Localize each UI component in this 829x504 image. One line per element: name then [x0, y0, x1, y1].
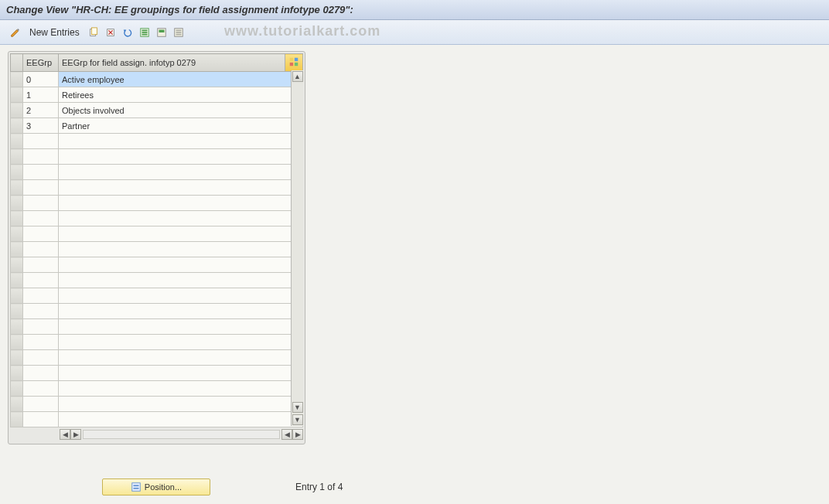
- eegrp-input[interactable]: [23, 335, 58, 349]
- desc-input[interactable]: [59, 273, 302, 288]
- eegrp-input[interactable]: [23, 366, 58, 380]
- eegrp-cell[interactable]: [23, 366, 59, 381]
- new-entries-button[interactable]: New Entries: [25, 26, 84, 39]
- scroll-bottom-icon[interactable]: ▼: [292, 414, 303, 425]
- table-settings-icon[interactable]: [285, 54, 303, 72]
- desc-cell[interactable]: [59, 103, 303, 118]
- eegrp-cell[interactable]: [23, 211, 59, 226]
- eegrp-input[interactable]: [23, 381, 58, 396]
- eegrp-cell[interactable]: [23, 87, 59, 103]
- eegrp-cell[interactable]: [23, 242, 59, 257]
- eegrp-cell[interactable]: [23, 196, 59, 211]
- desc-cell[interactable]: [59, 257, 303, 273]
- desc-input[interactable]: [59, 350, 302, 365]
- copy-icon[interactable]: [86, 25, 101, 40]
- eegrp-cell[interactable]: [23, 335, 59, 350]
- eegrp-cell[interactable]: [23, 397, 59, 412]
- select-block-icon[interactable]: [154, 25, 169, 40]
- row-selector[interactable]: [11, 226, 23, 242]
- desc-cell[interactable]: [59, 242, 303, 257]
- eegrp-input[interactable]: [23, 118, 58, 133]
- eegrp-input[interactable]: [23, 257, 58, 272]
- row-selector[interactable]: [11, 118, 23, 134]
- select-all-header[interactable]: [11, 54, 23, 72]
- desc-input[interactable]: [59, 412, 302, 427]
- eegrp-cell[interactable]: [23, 134, 59, 149]
- undo-icon[interactable]: [120, 25, 135, 40]
- row-selector[interactable]: [11, 412, 23, 427]
- desc-input[interactable]: [59, 319, 302, 334]
- row-selector[interactable]: [11, 165, 23, 180]
- eegrp-input[interactable]: [23, 273, 58, 288]
- eegrp-input[interactable]: [23, 87, 58, 102]
- desc-input[interactable]: [59, 196, 302, 210]
- eegrp-cell[interactable]: [23, 319, 59, 335]
- eegrp-input[interactable]: [23, 72, 58, 87]
- desc-input[interactable]: [59, 242, 302, 257]
- row-selector[interactable]: [11, 72, 23, 87]
- desc-input[interactable]: [59, 335, 302, 349]
- row-selector[interactable]: [11, 397, 23, 412]
- eegrp-input[interactable]: [23, 304, 58, 318]
- eegrp-input[interactable]: [23, 165, 58, 179]
- row-selector[interactable]: [11, 304, 23, 319]
- desc-cell[interactable]: [59, 196, 303, 211]
- row-selector[interactable]: [11, 242, 23, 257]
- desc-cell[interactable]: [59, 72, 303, 87]
- desc-input[interactable]: [59, 165, 302, 179]
- row-selector[interactable]: [11, 103, 23, 118]
- desc-input[interactable]: [59, 288, 302, 303]
- eegrp-cell[interactable]: [23, 149, 59, 165]
- desc-cell[interactable]: [59, 226, 303, 242]
- desc-cell[interactable]: [59, 211, 303, 226]
- delete-icon[interactable]: [103, 25, 118, 40]
- desc-input[interactable]: [59, 304, 302, 318]
- eegrp-input[interactable]: [23, 196, 58, 210]
- eegrp-input[interactable]: [23, 226, 58, 241]
- desc-input[interactable]: [59, 118, 302, 133]
- row-selector[interactable]: [11, 149, 23, 165]
- vertical-scrollbar[interactable]: ▲ ▼ ▼: [291, 70, 303, 426]
- desc-cell[interactable]: [59, 366, 303, 381]
- hscroll-track[interactable]: [83, 430, 280, 439]
- eegrp-input[interactable]: [23, 412, 58, 427]
- desc-input[interactable]: [59, 103, 302, 117]
- row-selector[interactable]: [11, 257, 23, 273]
- row-selector[interactable]: [11, 87, 23, 103]
- scroll-left-icon[interactable]: ▶: [70, 429, 81, 440]
- eegrp-cell[interactable]: [23, 304, 59, 319]
- eegrp-cell[interactable]: [23, 257, 59, 273]
- select-all-icon[interactable]: [137, 25, 152, 40]
- col-header-desc[interactable]: EEGrp for field assign. infotyp 0279: [59, 54, 285, 72]
- eegrp-cell[interactable]: [23, 72, 59, 87]
- row-selector[interactable]: [11, 366, 23, 381]
- desc-cell[interactable]: [59, 118, 303, 134]
- row-selector[interactable]: [11, 288, 23, 304]
- eegrp-input[interactable]: [23, 149, 58, 164]
- eegrp-cell[interactable]: [23, 350, 59, 366]
- desc-input[interactable]: [59, 149, 302, 164]
- desc-cell[interactable]: [59, 165, 303, 180]
- desc-input[interactable]: [59, 72, 302, 87]
- desc-input[interactable]: [59, 211, 302, 226]
- desc-input[interactable]: [59, 397, 302, 411]
- eegrp-cell[interactable]: [23, 288, 59, 304]
- scroll-down-icon[interactable]: ▼: [292, 402, 303, 413]
- deselect-all-icon[interactable]: [171, 25, 186, 40]
- col-header-eegrp[interactable]: EEGrp: [23, 54, 59, 72]
- eegrp-cell[interactable]: [23, 226, 59, 242]
- eegrp-cell[interactable]: [23, 381, 59, 397]
- horizontal-scrollbar[interactable]: ◀ ▶ ◀ ▶: [10, 428, 303, 442]
- eegrp-cell[interactable]: [23, 180, 59, 196]
- eegrp-cell[interactable]: [23, 103, 59, 118]
- desc-input[interactable]: [59, 366, 302, 380]
- desc-input[interactable]: [59, 381, 302, 396]
- desc-cell[interactable]: [59, 134, 303, 149]
- eegrp-input[interactable]: [23, 211, 58, 226]
- scroll-right-icon[interactable]: ◀: [281, 429, 292, 440]
- eegrp-input[interactable]: [23, 134, 58, 148]
- eegrp-cell[interactable]: [23, 273, 59, 288]
- position-button[interactable]: Position...: [102, 478, 210, 495]
- desc-input[interactable]: [59, 257, 302, 272]
- desc-cell[interactable]: [59, 381, 303, 397]
